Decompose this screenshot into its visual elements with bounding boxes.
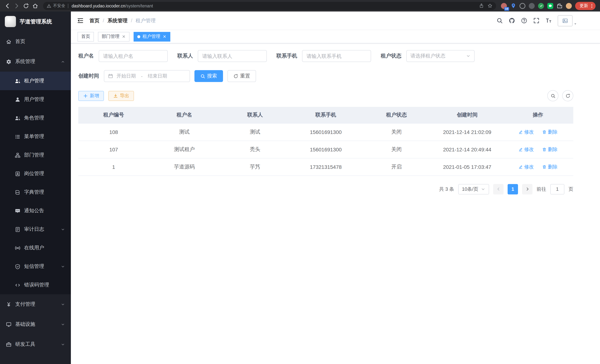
github-icon[interactable] xyxy=(509,18,515,24)
extension-icon[interactable] xyxy=(547,3,553,9)
date-start-placeholder: 开始日期 xyxy=(116,73,136,79)
security-warning-icon[interactable] xyxy=(47,3,51,8)
page-size-select[interactable]: 10条/页 xyxy=(458,184,489,194)
edit-button[interactable]: 修改 xyxy=(518,163,534,170)
address-bar[interactable]: 不安全 dashboard.yudao.iocoder.cn/system/te… xyxy=(43,2,496,10)
calendar-icon xyxy=(108,74,113,79)
sidebar-item-home[interactable]: 首页 xyxy=(0,32,71,52)
font-size-icon[interactable] xyxy=(545,18,552,24)
sidebar-item-sms-mgmt[interactable]: 短信管理 xyxy=(0,257,71,276)
sidebar-item-infrastructure[interactable]: 基础设施 xyxy=(0,314,71,334)
sidebar-item-user-mgmt[interactable]: 用户管理 xyxy=(0,90,71,109)
browser-forward-icon[interactable] xyxy=(14,3,20,9)
close-icon[interactable] xyxy=(162,35,167,38)
org-tree-icon xyxy=(15,152,20,158)
col-tenant-name: 租户名 xyxy=(149,107,220,123)
chevron-left-icon xyxy=(496,187,500,191)
help-icon[interactable] xyxy=(521,18,527,24)
goto-page-input[interactable] xyxy=(550,184,564,194)
chevron-down-icon xyxy=(61,342,65,346)
tenant-table: 租户编号 租户名 联系人 联系手机 租户状态 创建时间 操作 108 测试 xyxy=(78,107,573,176)
megaphone-bubble-icon xyxy=(15,208,20,214)
browser-profile-avatar[interactable] xyxy=(566,3,572,9)
url-path: /system/tenant xyxy=(125,3,153,8)
browser-toolbar: 不安全 dashboard.yudao.iocoder.cn/system/te… xyxy=(0,0,600,11)
tab-home[interactable]: 首页 xyxy=(77,32,94,41)
sidebar-item-role-mgmt[interactable]: 角色管理 xyxy=(0,109,71,127)
omnibox-divider xyxy=(68,3,68,8)
toolbox-icon xyxy=(6,342,11,347)
add-button[interactable]: 新增 xyxy=(78,91,104,101)
location-extension-icon[interactable] xyxy=(510,3,516,9)
delete-button[interactable]: 删除 xyxy=(542,163,558,170)
share-icon[interactable] xyxy=(479,3,484,8)
id-badge-icon xyxy=(15,171,20,177)
tenant-users-icon xyxy=(15,78,20,84)
toggle-search-button[interactable] xyxy=(547,90,558,101)
sidebar-item-post-mgmt[interactable]: 岗位管理 xyxy=(0,164,71,183)
breadcrumb-home[interactable]: 首页 xyxy=(89,17,99,24)
close-icon[interactable] xyxy=(122,35,126,38)
sidebar-item-error-code[interactable]: 错误码管理 xyxy=(0,276,71,294)
table-row: 108 测试 测试 15601691300 关闭 2021-12-14 21:0… xyxy=(78,123,573,141)
search-button[interactable]: 搜索 xyxy=(194,70,223,82)
browser-menu-kebab-icon[interactable] xyxy=(589,3,594,8)
sidebar-item-menu-mgmt[interactable]: 菜单管理 xyxy=(0,127,71,146)
reset-button[interactable]: 重置 xyxy=(227,70,256,82)
url-host: dashboard.yudao.iocoder.cn xyxy=(72,3,125,8)
refresh-table-button[interactable] xyxy=(562,90,573,101)
create-time-range-picker[interactable]: 开始日期 - 结束日期 xyxy=(104,70,190,82)
edit-button[interactable]: 修改 xyxy=(518,129,534,135)
refresh-icon xyxy=(233,74,238,78)
edit-button[interactable]: 修改 xyxy=(518,146,534,153)
chevron-down-icon xyxy=(61,322,65,326)
app-title: 芋道管理系统 xyxy=(20,18,52,25)
table-toolbar: 新增 导出 xyxy=(78,90,573,101)
sidebar-item-payment[interactable]: 支付管理 xyxy=(0,294,71,314)
sidebar-item-online-users[interactable]: 在线用户 xyxy=(0,239,71,257)
delete-button[interactable]: 删除 xyxy=(542,146,558,153)
tab-tenant-mgmt[interactable]: 租户管理 xyxy=(134,32,170,41)
status-text: 关闭 xyxy=(361,141,432,158)
tenant-name-label: 租户名 xyxy=(78,53,94,59)
active-dot xyxy=(137,35,140,38)
next-page-button[interactable] xyxy=(522,184,533,194)
sidebar-item-dev-tools[interactable]: 研发工具 xyxy=(0,334,71,354)
delete-button[interactable]: 删除 xyxy=(542,129,558,135)
sidebar-item-audit-log[interactable]: 审计日志 xyxy=(0,220,71,239)
breadcrumb-system-mgmt[interactable]: 系统管理 xyxy=(108,17,128,24)
tenant-name-input[interactable] xyxy=(99,50,168,62)
fullscreen-icon[interactable] xyxy=(533,18,540,24)
sidebar-item-system-mgmt[interactable]: 系统管理 xyxy=(0,52,71,72)
extensions-puzzle-icon[interactable] xyxy=(557,3,562,9)
refresh-icon xyxy=(565,93,570,98)
sidebar-item-tenant-mgmt[interactable]: 租户管理 xyxy=(0,72,71,90)
tab-bar: 首页 部门管理 租户管理 xyxy=(71,30,600,43)
header-search-icon[interactable] xyxy=(497,18,503,24)
sidebar-item-dept-mgmt[interactable]: 部门管理 xyxy=(0,146,71,164)
browser-back-icon[interactable] xyxy=(4,3,10,9)
extension-icon[interactable] xyxy=(529,3,535,9)
security-warning-label: 不安全 xyxy=(53,3,65,9)
phone-input[interactable] xyxy=(302,50,371,62)
user-menu[interactable] xyxy=(558,15,577,26)
extension-icon[interactable] xyxy=(538,3,544,9)
sidebar-item-notice[interactable]: 通知公告 xyxy=(0,202,71,220)
bookmark-star-icon[interactable] xyxy=(488,3,492,8)
sidebar-item-dict-mgmt[interactable]: 字典管理 xyxy=(0,183,71,202)
chevron-down-icon xyxy=(61,264,65,269)
tenant-status-select[interactable]: 请选择租户状态 xyxy=(406,50,475,62)
code-icon xyxy=(15,282,20,288)
browser-reload-icon[interactable] xyxy=(23,3,29,9)
adblock-extension-icon[interactable]: 10 xyxy=(501,3,507,9)
filter-row-1: 租户名 联系人 联系手机 租户状态 请选择租户状态 xyxy=(78,50,573,62)
contact-input[interactable] xyxy=(198,50,267,62)
browser-home-icon[interactable] xyxy=(32,3,38,9)
sidebar-collapse-button[interactable] xyxy=(77,17,84,24)
extension-icon[interactable] xyxy=(519,3,525,9)
page-1-button[interactable]: 1 xyxy=(508,184,518,194)
export-button[interactable]: 导出 xyxy=(108,91,134,101)
prev-page-button[interactable] xyxy=(493,184,504,194)
tab-dept-mgmt[interactable]: 部门管理 xyxy=(98,32,130,41)
browser-update-button[interactable]: 更新 xyxy=(575,2,596,10)
